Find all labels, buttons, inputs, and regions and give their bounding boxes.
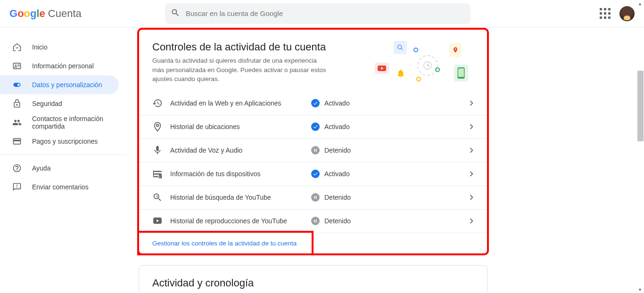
nav-personal-info[interactable]: Información personal [0, 57, 119, 75]
toggle-icon [12, 80, 22, 90]
row-status-text: Detenido [324, 146, 351, 154]
home-icon [12, 42, 22, 52]
card-description: Guarda tu actividad si quieres disfrutar… [152, 56, 327, 84]
nav-label: Contactos e información compartida [32, 115, 119, 130]
scroll-up-icon[interactable]: ▴ [636, 0, 644, 7]
scroll-down-icon[interactable]: ▾ [636, 286, 644, 293]
card-title: Actividad y cronología [152, 277, 474, 289]
nav-help[interactable]: Ayuda [0, 159, 119, 178]
nav-label: Enviar comentarios [32, 183, 89, 191]
row-label: Historial de ubicaciones [170, 123, 240, 130]
svg-rect-9 [153, 176, 154, 177]
row-icon [152, 145, 163, 155]
app-title: Cuenta [48, 8, 82, 20]
row-label: Actividad de Voz y Audio [170, 146, 242, 154]
activity-control-row[interactable]: Historial de reproducciones de YouTubeDe… [139, 209, 487, 233]
nav-label: Pagos y suscripciones [32, 138, 98, 145]
row-status-text: Activado [324, 99, 350, 107]
nav-payments-subscriptions[interactable]: Pagos y suscripciones [0, 132, 119, 151]
status-paused-icon [311, 193, 320, 202]
row-icon [152, 122, 163, 132]
nav-contacts-sharing[interactable]: Contactos e información compartida [0, 113, 119, 132]
feedback-icon [12, 182, 22, 192]
chevron-right-icon [466, 98, 477, 108]
lock-icon [12, 99, 22, 108]
status-paused-icon [311, 146, 320, 155]
nav-label: Seguridad [32, 100, 62, 107]
nav-feedback[interactable]: Enviar comentarios [0, 178, 119, 196]
card-title: Controles de la actividad de tu cuenta [152, 41, 327, 53]
help-icon [12, 163, 22, 173]
chevron-right-icon [466, 216, 477, 226]
activity-timeline-card: Actividad y cronología [139, 265, 487, 293]
svg-rect-10 [155, 176, 158, 177]
row-icon [152, 169, 163, 179]
nav-security[interactable]: Seguridad [0, 94, 119, 113]
svg-rect-6 [155, 171, 161, 172]
row-icon [152, 216, 163, 226]
nav-divider [0, 155, 126, 155]
status-paused-icon [311, 217, 320, 225]
svg-rect-3 [458, 68, 464, 77]
google-apps-icon[interactable] [600, 8, 611, 19]
row-status-text: Detenido [324, 194, 351, 201]
manage-activity-link[interactable]: Gestionar los controles de la actividad … [139, 233, 487, 253]
row-label: Información de tus dispositivos [170, 170, 260, 178]
activity-control-row[interactable]: Historial de ubicacionesActivado [139, 115, 487, 138]
row-icon [152, 192, 163, 203]
id-card-icon [12, 61, 22, 71]
activity-control-row[interactable]: Información de tus dispositivosActivado [139, 162, 487, 186]
activity-control-row[interactable]: Historial de búsqueda de YouTubeDetenido [139, 186, 487, 209]
search-icon [171, 8, 180, 19]
card-illustration [370, 41, 474, 83]
search-bar[interactable] [165, 3, 471, 24]
svg-rect-7 [153, 173, 154, 174]
chevron-right-icon [466, 192, 477, 203]
scroll-thumb[interactable] [637, 71, 644, 141]
row-status-text: Activado [324, 170, 350, 178]
row-status-text: Activado [324, 123, 350, 130]
status-on-icon [311, 122, 320, 131]
google-account-logo[interactable]: Google Cuenta [9, 8, 82, 20]
svg-rect-5 [153, 171, 154, 172]
nav-data-personalization[interactable]: Datos y personalización [0, 75, 119, 94]
people-icon [12, 118, 22, 127]
nav-label: Datos y personalización [32, 81, 102, 89]
svg-rect-8 [155, 173, 161, 174]
nav-label: Inicio [32, 43, 48, 51]
account-avatar[interactable] [619, 6, 635, 21]
scrollbar[interactable]: ▴ ▾ [636, 0, 644, 293]
chevron-right-icon [466, 169, 477, 179]
sidebar: Inicio Información personal Datos y pers… [0, 27, 132, 293]
chevron-right-icon [466, 145, 477, 155]
activity-control-row[interactable]: Actividad en la Web y en AplicacionesAct… [139, 91, 487, 115]
search-input[interactable] [186, 9, 465, 17]
credit-card-icon [12, 137, 22, 146]
row-label: Historial de búsqueda de YouTube [170, 194, 271, 201]
row-label: Actividad en la Web y en Aplicaciones [170, 99, 281, 107]
status-on-icon [311, 170, 320, 178]
activity-controls-card: Controles de la actividad de tu cuenta G… [139, 29, 487, 254]
nav-label: Ayuda [32, 164, 50, 172]
nav-home[interactable]: Inicio [0, 38, 119, 57]
activity-control-row[interactable]: Actividad de Voz y AudioDetenido [139, 138, 487, 162]
row-label: Historial de reproducciones de YouTube [170, 217, 287, 225]
google-logo-text: Google [9, 8, 45, 20]
row-icon [152, 98, 163, 108]
chevron-right-icon [466, 122, 477, 132]
nav-label: Información personal [32, 62, 94, 70]
status-on-icon [311, 99, 320, 107]
row-status-text: Detenido [324, 217, 351, 225]
